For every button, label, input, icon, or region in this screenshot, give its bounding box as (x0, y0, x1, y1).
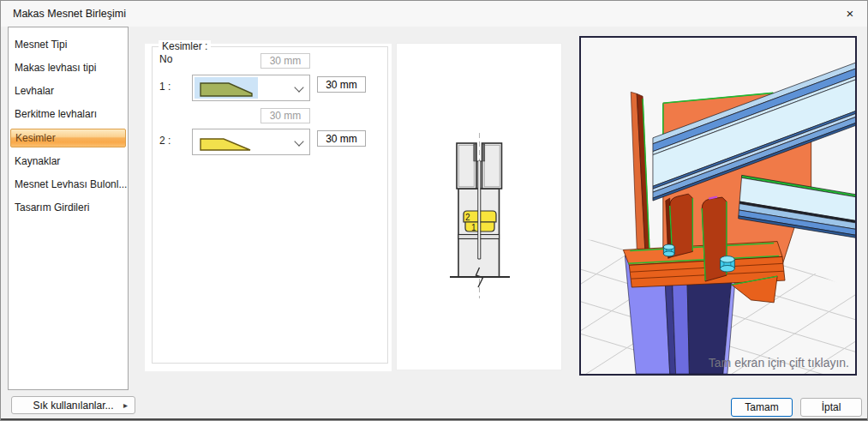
sidebar-item-mesnet-levhasi-bulonlari[interactable]: Mesnet Levhası Bulonl... (9, 173, 128, 196)
no-column-label: No (159, 53, 172, 65)
cuts-settings-panel: Kesimler : No 30 mm 1 : 30 mm 30 mm 2 : (145, 44, 392, 371)
cut-profile-green-icon (200, 80, 253, 97)
sidebar-item-mesnet-tipi[interactable]: Mesnet Tipi (9, 33, 128, 57)
expand-right-icon: ▸ (123, 397, 128, 413)
cuts-groupbox: Kesimler : No 30 mm 1 : 30 mm 30 mm 2 : (152, 46, 388, 364)
gusset-plate-slot (478, 161, 481, 259)
cut2-depth-field[interactable]: 30 mm (317, 130, 366, 147)
sidebar-item-makas-levhasi-tipi[interactable]: Makas levhası tipi (9, 57, 128, 80)
close-icon[interactable]: × (840, 4, 860, 23)
sidebar-item-berkitme-levhalari[interactable]: Berkitme levhaları (9, 103, 128, 126)
favorites-button[interactable]: Sık kullanılanlar... ▸ (11, 396, 135, 414)
sidebar: Mesnet Tipi Makas levhası tipi Levhalar … (8, 27, 129, 390)
sidebar-item-levhalar[interactable]: Levhalar (9, 80, 128, 103)
cut2-shape-swatch (195, 131, 258, 153)
cut1-depth-field[interactable]: 30 mm (317, 76, 366, 93)
cut-profile-yellow-icon (200, 134, 253, 151)
cut1-offset-field: 30 mm (260, 53, 310, 69)
sidebar-item-kesimler[interactable]: Kesimler (10, 129, 126, 147)
sidebar-item-tasarim-girdileri[interactable]: Tasarım Girdileri (9, 196, 128, 220)
3d-preview-render (581, 38, 855, 374)
cut1-shape-combobox[interactable] (192, 75, 310, 101)
cancel-button[interactable]: İptal (800, 398, 862, 417)
ok-button[interactable]: Tamam (731, 398, 793, 417)
cut2-shape-combobox[interactable] (192, 129, 310, 155)
cut2-offset-field: 30 mm (260, 108, 310, 123)
fullscreen-hint: Tam ekran için çift tıklayın. (709, 356, 849, 370)
cut1-number: 1 (471, 223, 476, 232)
titlebar: Makas Mesnet Birleşimi × (1, 1, 867, 27)
cut1-shape-swatch (195, 77, 258, 99)
cut-diagram: 2 1 (397, 44, 563, 371)
window-title: Makas Mesnet Birleşimi (13, 8, 126, 20)
chevron-down-icon[interactable] (294, 136, 303, 146)
cut2-index-label: 2 : (159, 135, 171, 147)
chevron-down-icon[interactable] (294, 82, 303, 92)
sidebar-item-kaynaklar[interactable]: Kaynaklar (9, 150, 128, 173)
favorites-button-label: Sık kullanılanlar... (33, 400, 113, 412)
end-plate (631, 92, 650, 254)
groupbox-title: Kesimler : (159, 40, 211, 52)
cut-diagram-panel: 2 1 (396, 43, 562, 370)
3d-preview[interactable]: Tam ekran için çift tıklayın. (579, 36, 857, 376)
dialog-makas-mesnet-birlesimi: Makas Mesnet Birleşimi × Mesnet Tipi Mak… (0, 0, 868, 421)
sidebar-list: Mesnet Tipi Makas levhası tipi Levhalar … (9, 33, 128, 220)
cut2-number: 2 (465, 213, 470, 222)
cut1-index-label: 1 : (159, 81, 171, 93)
dialog-bottom-edge (1, 418, 867, 420)
